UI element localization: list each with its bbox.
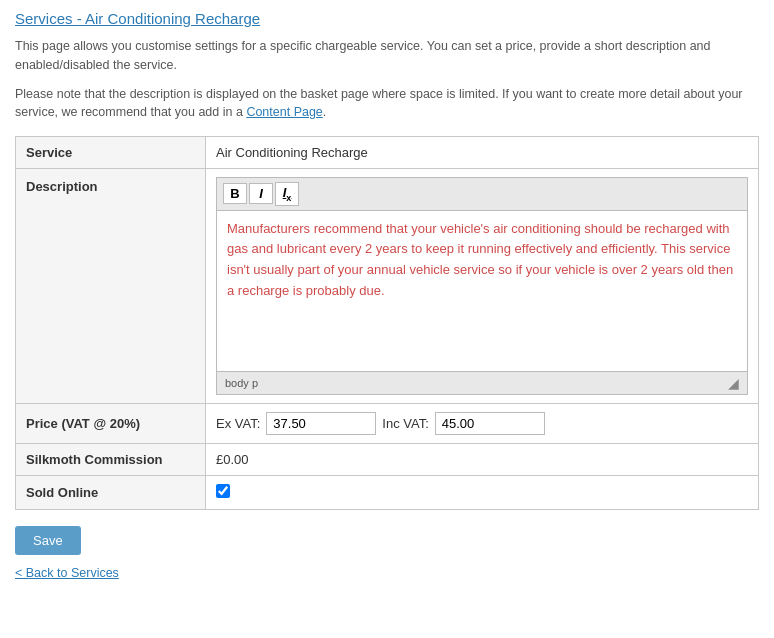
note-text-part2: . xyxy=(323,105,326,119)
description-label: Description xyxy=(16,169,206,404)
ex-vat-input[interactable] xyxy=(266,412,376,435)
back-to-services-link[interactable]: < Back to Services xyxy=(15,566,119,580)
description-cell: B I Ix Manufacturers recommend that your… xyxy=(206,169,759,404)
sold-online-label: Sold Online xyxy=(16,475,206,509)
commission-value: £0.00 xyxy=(216,452,249,467)
rich-text-editor: B I Ix Manufacturers recommend that your… xyxy=(216,177,748,395)
commission-label: Silkmoth Commission xyxy=(16,443,206,475)
sold-online-cell xyxy=(206,475,759,509)
ex-vat-label: Ex VAT: xyxy=(216,416,260,431)
bold-button[interactable]: B xyxy=(223,183,247,204)
editor-toolbar: B I Ix xyxy=(217,178,747,211)
editor-tags: body p xyxy=(225,377,258,389)
info-text: This page allows you customise settings … xyxy=(15,37,759,75)
editor-footer: body p ◢ xyxy=(217,371,747,394)
price-row: Price (VAT @ 20%) Ex VAT: Inc VAT: xyxy=(16,403,759,443)
description-editor[interactable]: Manufacturers recommend that your vehicl… xyxy=(217,211,747,371)
clear-formatting-button[interactable]: Ix xyxy=(275,182,299,206)
price-cell: Ex VAT: Inc VAT: xyxy=(206,403,759,443)
inc-vat-input[interactable] xyxy=(435,412,545,435)
service-value-cell: Air Conditioning Recharge xyxy=(206,137,759,169)
note-text-part1: Please note that the description is disp… xyxy=(15,87,743,120)
service-label: Service xyxy=(16,137,206,169)
note-text: Please note that the description is disp… xyxy=(15,85,759,123)
page-title: Services - Air Conditioning Recharge xyxy=(15,10,759,27)
description-row: Description B I Ix Manufacturers recomme… xyxy=(16,169,759,404)
content-page-link[interactable]: Content Page xyxy=(246,105,322,119)
service-row: Service Air Conditioning Recharge xyxy=(16,137,759,169)
inc-vat-label: Inc VAT: xyxy=(382,416,428,431)
resize-handle: ◢ xyxy=(728,375,739,391)
service-value: Air Conditioning Recharge xyxy=(216,145,368,160)
price-label: Price (VAT @ 20%) xyxy=(16,403,206,443)
commission-cell: £0.00 xyxy=(206,443,759,475)
form-table: Service Air Conditioning Recharge Descri… xyxy=(15,136,759,510)
sold-online-row: Sold Online xyxy=(16,475,759,509)
price-inputs: Ex VAT: Inc VAT: xyxy=(216,412,748,435)
italic-button[interactable]: I xyxy=(249,183,273,204)
save-button[interactable]: Save xyxy=(15,526,81,555)
sold-online-checkbox[interactable] xyxy=(216,484,230,498)
commission-row: Silkmoth Commission £0.00 xyxy=(16,443,759,475)
